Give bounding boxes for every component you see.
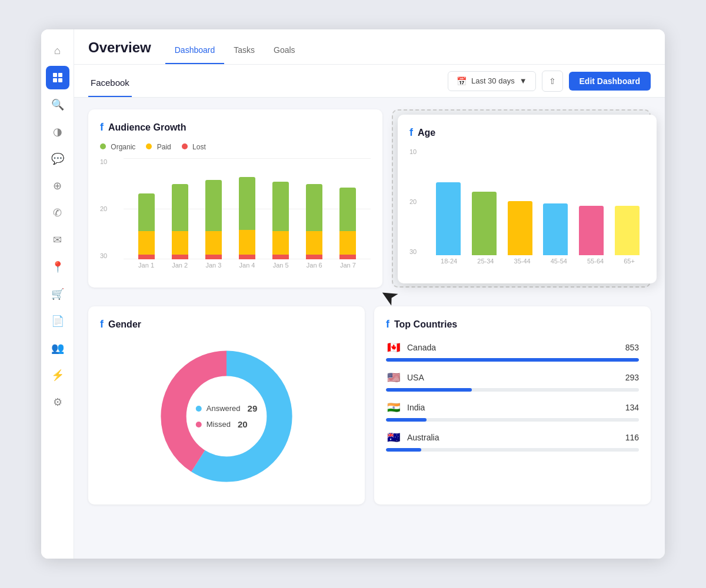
progress-bg-usa — [386, 388, 639, 392]
country-item-india: 🇮🇳 India 134 — [386, 400, 639, 422]
age-bars-area — [431, 148, 645, 255]
flag-canada: 🇨🇦 — [386, 340, 401, 355]
lost-bar — [205, 255, 222, 259]
sidebar-item-grid[interactable] — [46, 66, 69, 89]
organic-label: Organic — [111, 143, 135, 151]
sidebar: ⌂ 🔍 ◑ 💬 ⊕ ✆ ✉ 📍 🛒 📄 — [41, 29, 74, 559]
progress-bg-australia — [386, 448, 639, 452]
document-icon: 📄 — [51, 315, 64, 328]
stacked-bar — [306, 184, 322, 259]
age-bar-chart: 30 20 10 — [409, 148, 645, 272]
country-name-row-australia: 🇦🇺 Australia — [386, 430, 439, 445]
bar-group-jan3 — [205, 180, 222, 259]
x-axis-labels: Jan 1 Jan 2 Jan 3 Jan 4 Jan 5 Jan 6 Jan … — [124, 262, 371, 276]
sidebar-item-users[interactable]: 👥 — [46, 336, 69, 360]
age-x-labels: 18-24 25-34 35-44 45-54 55-64 65+ — [431, 258, 645, 272]
sidebar-item-documents[interactable]: 📄 — [46, 309, 69, 333]
country-name-row-canada: 🇨🇦 Canada — [386, 340, 436, 355]
svg-rect-2 — [53, 78, 57, 82]
lost-dot — [182, 143, 188, 149]
home-icon: ⌂ — [54, 45, 61, 57]
country-header-australia: 🇦🇺 Australia 116 — [386, 430, 639, 445]
y-axis-labels: 30 20 10 — [100, 158, 107, 276]
organic-bar — [306, 184, 322, 231]
country-name-usa: USA — [407, 373, 424, 382]
date-filter-label: Last 30 days — [471, 76, 515, 85]
gender-header: f Gender — [100, 318, 353, 330]
age-bar-segment — [472, 192, 497, 255]
progress-fill-india — [386, 418, 427, 422]
sidebar-item-home[interactable]: ⌂ — [46, 39, 69, 62]
country-item-australia: 🇦🇺 Australia 116 — [386, 430, 639, 452]
stacked-bar — [272, 182, 289, 259]
sub-tab-facebook[interactable]: Facebook — [88, 78, 132, 97]
sub-navigation: Facebook 📅 Last 30 days ▼ ⇧ Edit Dashboa… — [74, 65, 665, 98]
x-label-jan5: Jan 5 — [273, 262, 289, 276]
gender-title: Gender — [108, 319, 141, 330]
country-item-usa: 🇺🇸 USA 293 — [386, 370, 639, 392]
share-icon: ⇧ — [549, 76, 556, 86]
flag-usa: 🇺🇸 — [386, 370, 401, 385]
sidebar-item-social[interactable]: ⊕ — [46, 174, 69, 198]
age-bar-segment — [579, 206, 604, 255]
pie-chart-icon: ◑ — [53, 125, 62, 138]
tab-dashboard[interactable]: Dashboard — [165, 45, 225, 64]
chevron-down-icon: ▼ — [519, 76, 527, 85]
cart-icon: 🛒 — [51, 288, 64, 300]
main-content: Overview Dashboard Tasks Goals Facebook … — [74, 29, 665, 559]
age-bar-35-44 — [508, 201, 532, 255]
tab-goals[interactable]: Goals — [264, 45, 305, 64]
progress-fill-australia — [386, 448, 421, 452]
age-bar-65plus — [615, 206, 640, 255]
paid-bar — [272, 231, 289, 255]
sidebar-item-cart[interactable]: 🛒 — [46, 282, 69, 306]
countries-header: f Top Countries — [386, 318, 639, 330]
share-button[interactable]: ⇧ — [542, 71, 563, 92]
social-icon: ⊕ — [53, 179, 62, 192]
stacked-bar — [339, 188, 356, 259]
gender-donut-chart: Answered 29 Missed 20 — [100, 340, 353, 493]
sidebar-item-calls[interactable]: ✆ — [46, 201, 69, 225]
organic-bar — [172, 184, 188, 231]
organic-dot — [100, 143, 106, 149]
organic-bar — [272, 182, 289, 231]
x-label-jan1: Jan 1 — [138, 262, 154, 276]
answered-label: Answered — [207, 404, 241, 413]
tab-tasks[interactable]: Tasks — [224, 45, 264, 64]
age-card: f Age 30 20 10 — [398, 115, 657, 283]
audience-growth-card: f Audience Growth Organic Paid — [88, 109, 382, 288]
paid-bar — [172, 231, 188, 255]
sidebar-item-search[interactable]: 🔍 — [46, 93, 69, 116]
organic-bar — [138, 193, 155, 231]
sidebar-item-reports[interactable]: ◑ — [46, 120, 69, 143]
svg-rect-1 — [58, 73, 62, 77]
facebook-icon-audience: f — [100, 121, 104, 133]
stacked-bar — [172, 184, 188, 259]
paid-bar — [205, 231, 222, 255]
x-label-jan2: Jan 2 — [172, 262, 188, 276]
audience-growth-header: f Audience Growth — [100, 121, 371, 133]
donut-legend: Answered 29 Missed 20 — [196, 403, 258, 429]
age-label-25-34: 25-34 — [477, 258, 494, 272]
lost-bar — [239, 255, 255, 259]
flag-india: 🇮🇳 — [386, 400, 401, 415]
facebook-icon-age: f — [409, 126, 413, 139]
bar-group-jan1 — [138, 193, 155, 259]
date-filter-button[interactable]: 📅 Last 30 days ▼ — [448, 71, 536, 91]
country-name-row-usa: 🇺🇸 USA — [386, 370, 424, 385]
edit-dashboard-button[interactable]: Edit Dashboard — [569, 72, 651, 91]
age-bar-segment — [615, 206, 640, 255]
sidebar-item-email[interactable]: ✉ — [46, 228, 69, 252]
country-name-row-india: 🇮🇳 India — [386, 400, 425, 415]
answered-value: 29 — [248, 403, 258, 413]
countries-title: Top Countries — [394, 319, 457, 330]
sidebar-item-location[interactable]: 📍 — [46, 255, 69, 279]
stacked-bar — [205, 180, 222, 259]
sidebar-item-integrations[interactable]: ⚡ — [46, 363, 69, 387]
stacked-bar — [138, 193, 155, 259]
missed-label: Missed — [207, 420, 231, 429]
sidebar-item-messages[interactable]: 💬 — [46, 147, 69, 171]
sidebar-item-settings[interactable]: ⚙ — [46, 390, 69, 414]
audience-growth-title: Audience Growth — [108, 122, 186, 133]
age-bar-18-24 — [436, 182, 461, 255]
